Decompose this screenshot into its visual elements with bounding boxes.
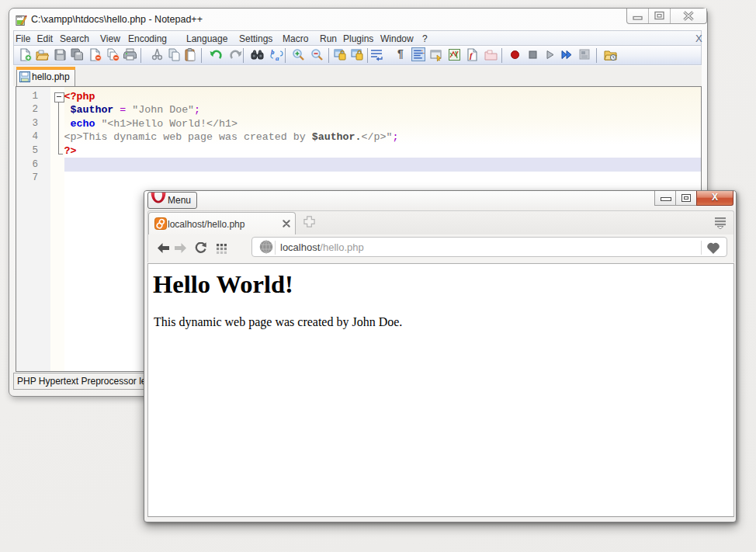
svg-text:a: a: [276, 54, 279, 61]
